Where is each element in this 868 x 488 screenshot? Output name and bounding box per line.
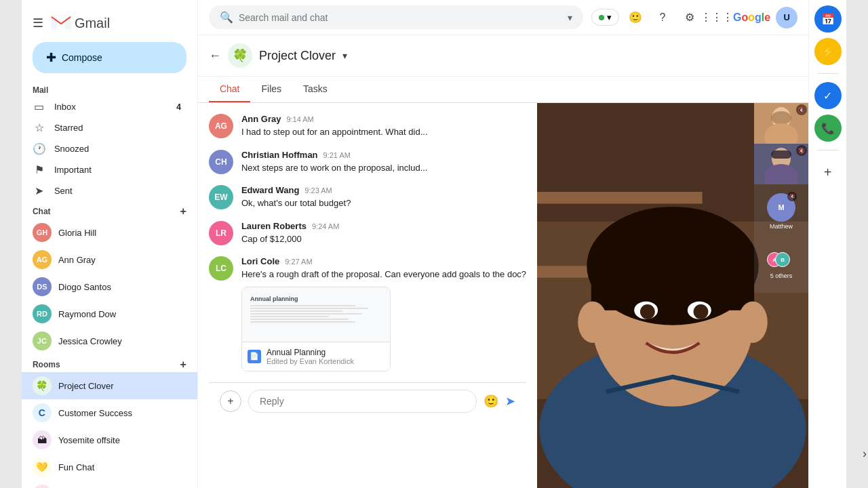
- tasks-icon[interactable]: ⚡: [814, 38, 842, 65]
- document-attachment[interactable]: Annual planning: [241, 287, 391, 371]
- expand-icon[interactable]: ›: [863, 447, 867, 461]
- inbox-label: Inbox: [54, 102, 76, 112]
- message-header: Christian Hoffman 9:21 AM: [241, 150, 526, 160]
- room-icon-yosemite: 🏔: [33, 430, 52, 449]
- room-item-yosemite[interactable]: 🏔 Yosemite offsite: [22, 426, 197, 453]
- snoozed-icon: 🕐: [33, 142, 46, 155]
- video-thumbnail[interactable]: 🔇: [754, 103, 808, 144]
- message-text: Next steps are to work on the proposal, …: [241, 161, 526, 175]
- search-icon: 🔍: [220, 11, 233, 24]
- rooms-section-label: Rooms +: [22, 354, 197, 372]
- others-label: 5 others: [770, 272, 793, 279]
- mute-icon: 🔇: [796, 145, 807, 156]
- room-item-customer-success[interactable]: C Customer Success: [22, 399, 197, 426]
- tab-tasks[interactable]: Tasks: [292, 77, 338, 102]
- video-thumbnail[interactable]: 🔇: [754, 144, 808, 184]
- chat-tabs: Chat Files Tasks: [198, 77, 808, 103]
- avatar: LC: [209, 256, 233, 281]
- nav-item-important[interactable]: ⚑ Important: [22, 159, 192, 180]
- settings-button[interactable]: ⚙: [679, 7, 701, 28]
- status-button[interactable]: ▾: [591, 9, 619, 26]
- add-room-icon[interactable]: +: [180, 359, 186, 371]
- nav-item-snoozed[interactable]: 🕐 Snoozed: [22, 138, 192, 159]
- tab-files[interactable]: Files: [250, 77, 292, 102]
- svg-rect-5: [537, 192, 703, 203]
- right-sidebar: 📅 ⚡ ✓ 📞 + ›: [808, 0, 846, 488]
- svg-rect-24: [771, 150, 791, 159]
- back-button[interactable]: ←: [209, 49, 221, 63]
- avatar: JC: [33, 331, 52, 350]
- room-name: Yosemite offsite: [58, 435, 120, 445]
- chat-area: ← 🍀 Project Clover ▾ Chat Files Tasks AG: [198, 35, 808, 488]
- content-area: AG Ann Gray 9:14 AM I had to step out fo…: [198, 103, 808, 488]
- search-dropdown-icon[interactable]: ▾: [568, 12, 572, 23]
- svg-point-15: [694, 304, 709, 319]
- send-button[interactable]: ➤: [505, 394, 515, 409]
- message-sender: Ann Gray: [241, 114, 281, 124]
- video-main: 🔇 🔇: [537, 103, 808, 488]
- check-icon[interactable]: ✓: [814, 82, 842, 109]
- nav-item-starred[interactable]: ☆ Starred: [22, 117, 192, 138]
- message-text: Cap of $12,000: [241, 232, 526, 246]
- room-name: Customer Success: [58, 408, 132, 418]
- doc-preview-lines: [250, 305, 382, 323]
- message-row: AG Ann Gray 9:14 AM I had to step out fo…: [209, 114, 526, 139]
- room-name: Project Clover: [58, 381, 114, 391]
- hamburger-icon[interactable]: ☰: [33, 16, 43, 30]
- chat-item[interactable]: GH Gloria Hill: [22, 219, 197, 246]
- doc-info: Annual Planning Edited by Evan Kortendic…: [267, 348, 354, 365]
- room-item-fun-chat[interactable]: 💛 Fun Chat: [22, 453, 197, 481]
- message-sender: Lori Cole: [241, 256, 279, 266]
- chat-item[interactable]: JC Jessica Crowley: [22, 327, 197, 354]
- apps-button[interactable]: ⋮⋮⋮: [706, 7, 728, 28]
- participant-name: Matthew: [770, 223, 793, 230]
- reply-input[interactable]: [248, 390, 477, 413]
- tab-chat[interactable]: Chat: [209, 77, 251, 102]
- chat-item[interactable]: DS Diogo Santos: [22, 273, 197, 300]
- chat-person-name: Jessica Crowley: [58, 336, 122, 346]
- avatar: RD: [33, 304, 52, 323]
- svg-point-20: [771, 111, 791, 125]
- chat-item[interactable]: RD Raymond Dow: [22, 300, 197, 327]
- room-item-project-clover[interactable]: 🍀 Project Clover: [22, 372, 197, 399]
- room-dropdown-icon[interactable]: ▾: [342, 50, 347, 61]
- nav-item-inbox[interactable]: ▭ Inbox 4: [22, 96, 192, 117]
- emoji-button[interactable]: 🙂: [625, 7, 646, 28]
- message-text: Ok, what's our total budget?: [241, 197, 526, 210]
- starred-icon: ☆: [33, 121, 46, 134]
- add-chat-icon[interactable]: +: [180, 205, 186, 218]
- nav-item-sent[interactable]: ➤ Sent: [22, 180, 192, 201]
- search-bar: 🔍 ▾: [209, 5, 583, 29]
- message-time: 9:27 AM: [285, 258, 312, 266]
- top-actions: ▾ 🙂 ? ⚙ ⋮⋮⋮ Google U: [591, 7, 797, 28]
- sidebar: ☰ Gmail ✚ Compose Mail: [22, 0, 198, 488]
- compose-button[interactable]: ✚ Compose: [33, 42, 186, 73]
- svg-point-14: [640, 304, 655, 319]
- add-app-icon[interactable]: +: [814, 159, 842, 186]
- room-item-skylight[interactable]: P Project Skylight: [22, 481, 197, 488]
- chat-person-name: Raymond Dow: [58, 309, 116, 319]
- main-area: 🔍 ▾ ▾ 🙂 ? ⚙ ⋮⋮⋮ Google U: [198, 0, 808, 488]
- svg-rect-11: [591, 266, 754, 310]
- phone-icon[interactable]: 📞: [814, 115, 842, 142]
- others-participants[interactable]: A B 5 others: [754, 239, 808, 293]
- others-avatar: B: [775, 252, 790, 267]
- message-header: Edward Wang 9:23 AM: [241, 185, 526, 195]
- message-row: LR Lauren Roberts 9:24 AM Cap of $12,000: [209, 221, 526, 246]
- message-row: CH Christian Hoffman 9:21 AM Next steps …: [209, 150, 526, 175]
- sidebar-header: ☰ Gmail: [22, 7, 197, 42]
- message-time: 9:23 AM: [304, 186, 332, 195]
- avatar: AG: [33, 250, 52, 269]
- important-icon: ⚑: [33, 163, 46, 176]
- search-input[interactable]: [239, 12, 562, 23]
- add-attachment-button[interactable]: +: [220, 390, 241, 412]
- message-content: Lauren Roberts 9:24 AM Cap of $12,000: [241, 221, 526, 246]
- profile-avatar[interactable]: U: [776, 7, 797, 28]
- top-bar: 🔍 ▾ ▾ 🙂 ? ⚙ ⋮⋮⋮ Google U: [198, 0, 808, 35]
- inbox-badge: 4: [176, 102, 181, 112]
- message-row: LC Lori Cole 9:27 AM Here's a rough draf…: [209, 256, 526, 371]
- emoji-picker-button[interactable]: 🙂: [484, 394, 498, 409]
- help-button[interactable]: ?: [652, 7, 673, 28]
- calendar-icon[interactable]: 📅: [814, 5, 842, 33]
- chat-item[interactable]: AG Ann Gray: [22, 246, 197, 273]
